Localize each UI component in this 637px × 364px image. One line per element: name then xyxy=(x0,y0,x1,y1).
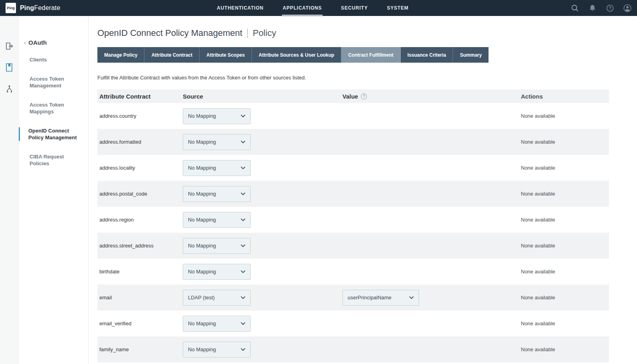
nav-authentication[interactable]: AUTHENTICATION xyxy=(216,0,264,16)
page-subtitle: Policy xyxy=(253,28,276,38)
icon-rail xyxy=(0,16,19,364)
actions-text: None available xyxy=(521,165,609,171)
col-header-source: Source xyxy=(183,93,342,100)
chevron-down-icon xyxy=(241,140,245,143)
nav-system[interactable]: SYSTEM xyxy=(386,0,409,16)
chevron-left-icon: ‹ xyxy=(24,40,26,46)
attribute-name: address.locality xyxy=(97,165,183,171)
table-row: email_verified No Mapping None available xyxy=(97,311,609,336)
tab-contract-fulfillment[interactable]: Contract Fulfillment xyxy=(341,47,400,63)
sidebar-item-access-token-mappings[interactable]: Access Token Mappings xyxy=(19,101,88,115)
ping-logo: Ping xyxy=(6,3,16,13)
sidebar-item-openid-connect-policy-management[interactable]: OpenID Connect Policy Management xyxy=(19,127,88,141)
actions-text: None available xyxy=(521,269,609,275)
tab-attribute-contract[interactable]: Attribute Contract xyxy=(144,47,200,63)
top-navigation: AUTHENTICATION APPLICATIONS SECURITY SYS… xyxy=(216,0,409,16)
user-icon[interactable] xyxy=(623,4,631,12)
source-dropdown[interactable]: No Mapping xyxy=(183,134,251,150)
tab-manage-policy[interactable]: Manage Policy xyxy=(97,47,144,63)
table-row: email LDAP (test) userPrincipalName None… xyxy=(97,285,609,311)
sidebar-back-oauth[interactable]: ‹ OAuth xyxy=(19,39,88,46)
table-row: address.locality No Mapping None availab… xyxy=(97,155,609,181)
actions-text: None available xyxy=(521,217,609,223)
actions-text: None available xyxy=(521,191,609,197)
nav-security[interactable]: SECURITY xyxy=(340,0,368,16)
attribute-name: address.formatted xyxy=(97,139,183,145)
source-dropdown[interactable]: LDAP (test) xyxy=(183,290,251,306)
attribute-name: address.country xyxy=(97,113,183,119)
source-dropdown[interactable]: No Mapping xyxy=(183,108,251,124)
brand-title: PingFederate xyxy=(20,4,60,12)
policy-tabs: Manage Policy Attribute Contract Attribu… xyxy=(97,47,637,63)
table-row: address.region No Mapping None available xyxy=(97,207,609,233)
actions-text: None available xyxy=(521,139,609,145)
chevron-down-icon xyxy=(409,296,414,299)
chevron-down-icon xyxy=(241,115,245,117)
source-dropdown[interactable]: No Mapping xyxy=(183,212,251,228)
tab-issuance-criteria[interactable]: Issuance Criteria xyxy=(401,47,453,63)
chevron-down-icon xyxy=(241,166,245,169)
chevron-down-icon xyxy=(241,348,245,351)
value-help-icon[interactable]: ? xyxy=(361,93,367,99)
actions-text: None available xyxy=(521,113,609,119)
tab-attribute-sources-user-lookup[interactable]: Attribute Sources & User Lookup xyxy=(252,47,341,63)
chevron-down-icon xyxy=(241,322,245,325)
value-dropdown[interactable]: userPrincipalName xyxy=(342,290,419,306)
source-dropdown[interactable]: No Mapping xyxy=(183,316,251,332)
sidebar-item-ciba-request-policies[interactable]: CIBA Request Policies xyxy=(19,153,88,167)
source-dropdown[interactable]: No Mapping xyxy=(183,160,251,176)
grants-key-icon[interactable] xyxy=(5,85,14,93)
svg-text:?: ? xyxy=(609,6,611,10)
table-row: family_name No Mapping None available xyxy=(97,336,609,362)
sidebar-item-clients[interactable]: Clients xyxy=(19,56,88,63)
topbar-icons: ? xyxy=(571,4,631,12)
fulfillment-table: Attribute Contract Source Value ? Action… xyxy=(97,89,609,362)
main-content: OpenID Connect Policy Management Policy … xyxy=(89,16,637,364)
table-row: address.postal_code No Mapping None avai… xyxy=(97,181,609,207)
page-title: OpenID Connect Policy Management xyxy=(97,28,242,38)
chevron-down-icon xyxy=(241,270,245,273)
bell-icon[interactable] xyxy=(588,4,596,12)
attribute-name: address.street_address xyxy=(97,243,183,249)
source-dropdown[interactable]: No Mapping xyxy=(183,264,251,280)
chevron-down-icon xyxy=(241,296,245,299)
source-dropdown[interactable]: No Mapping xyxy=(183,238,251,254)
search-icon[interactable] xyxy=(571,4,579,12)
actions-text: None available xyxy=(521,346,609,352)
table-header-row: Attribute Contract Source Value ? Action… xyxy=(97,89,609,103)
chevron-down-icon xyxy=(241,192,245,195)
attribute-name: address.postal_code xyxy=(97,191,183,197)
col-header-attribute-contract: Attribute Contract xyxy=(97,93,183,100)
col-header-actions: Actions xyxy=(521,93,609,100)
applications-section-icon[interactable] xyxy=(5,63,14,72)
sidebar: ‹ OAuth Clients Access Token Management … xyxy=(19,16,89,364)
actions-text: None available xyxy=(521,320,609,326)
chevron-down-icon xyxy=(241,218,245,221)
title-separator xyxy=(247,28,248,38)
attribute-name: birthdate xyxy=(97,269,183,275)
attribute-name: email_verified xyxy=(97,320,183,326)
actions-text: None available xyxy=(521,243,609,249)
source-dropdown[interactable]: No Mapping xyxy=(183,186,251,202)
identity-provider-icon[interactable] xyxy=(5,42,14,50)
table-row: address.street_address No Mapping None a… xyxy=(97,233,609,259)
page-header: OpenID Connect Policy Management Policy xyxy=(97,28,637,38)
table-body: address.country No Mapping None availabl… xyxy=(97,103,609,362)
attribute-name: family_name xyxy=(97,346,183,352)
table-row: address.country No Mapping None availabl… xyxy=(97,103,609,129)
tab-summary[interactable]: Summary xyxy=(453,47,489,63)
nav-applications[interactable]: APPLICATIONS xyxy=(282,0,322,16)
source-dropdown[interactable]: No Mapping xyxy=(183,342,251,358)
table-row: address.formatted No Mapping None availa… xyxy=(97,129,609,155)
topbar: Ping PingFederate AUTHENTICATION APPLICA… xyxy=(0,0,637,16)
page-description: Fulfill the Attribute Contract with valu… xyxy=(97,75,637,81)
attribute-name: address.region xyxy=(97,217,183,223)
actions-text: None available xyxy=(521,295,609,301)
table-row: birthdate No Mapping None available xyxy=(97,259,609,285)
tab-attribute-scopes[interactable]: Attribute Scopes xyxy=(200,47,252,63)
sidebar-item-access-token-management[interactable]: Access Token Management xyxy=(19,75,88,89)
col-header-value: Value ? xyxy=(342,93,521,100)
chevron-down-icon xyxy=(241,244,245,247)
attribute-name: email xyxy=(97,295,183,301)
help-icon[interactable]: ? xyxy=(606,4,614,12)
